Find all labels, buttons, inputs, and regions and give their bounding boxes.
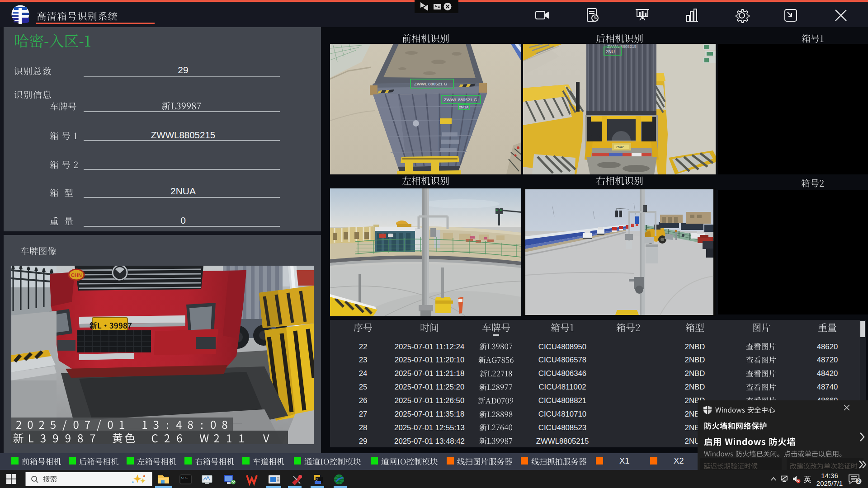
svg-text:2: 2 <box>857 479 860 484</box>
svg-text:ZWWL 880521 G: ZWWL 880521 G <box>414 81 447 86</box>
svg-text:2NUA: 2NUA <box>459 105 469 109</box>
svg-text:C:\_: C:\_ <box>181 476 188 479</box>
svg-text:CHN: CHN <box>71 272 82 278</box>
svg-text:ZWWL 880521 G: ZWWL 880521 G <box>444 97 477 102</box>
svg-text:7642: 7642 <box>616 145 624 149</box>
svg-text:2NU: 2NU <box>606 49 615 54</box>
